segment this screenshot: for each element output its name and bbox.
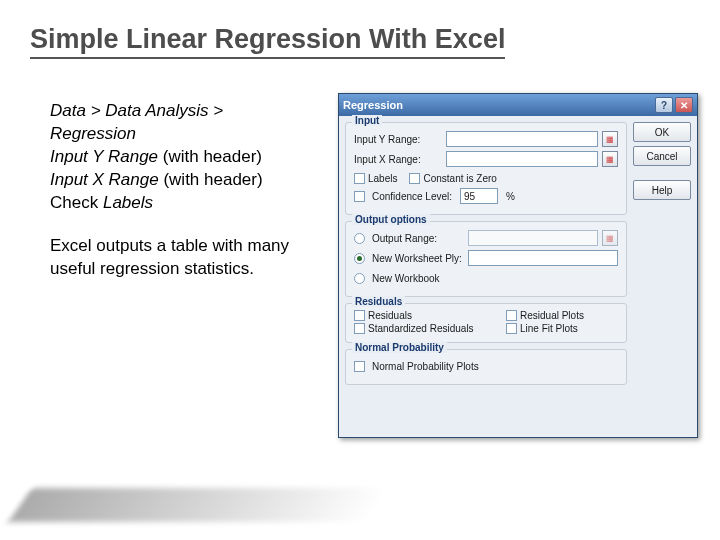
residuals-header: Residuals [352, 296, 405, 307]
labels-text: Labels [103, 193, 153, 212]
with-header-1: (with header) [158, 147, 262, 166]
slide-title: Simple Linear Regression With Excel [30, 24, 505, 59]
new-workbook-label: New Workbook [372, 273, 440, 284]
residuals-label: Residuals [368, 310, 412, 321]
input-y-range-field[interactable] [446, 131, 598, 147]
close-icon[interactable]: ✕ [675, 97, 693, 113]
labels-checkbox-label: Labels [368, 173, 397, 184]
percent-label: % [506, 191, 515, 202]
output-group: Output options Output Range: ▦ New Works… [345, 221, 627, 297]
new-workbook-radio[interactable] [354, 273, 365, 284]
with-header-2: (with header) [159, 170, 263, 189]
new-worksheet-label: New Worksheet Ply: [372, 253, 464, 264]
confidence-level-label: Confidence Level: [372, 191, 452, 202]
confidence-level-checkbox[interactable] [354, 191, 365, 202]
instruction-text: Data > Data Analysis > Regression Input … [50, 100, 310, 281]
input-y-text: Input Y Range [50, 147, 158, 166]
dialog-titlebar[interactable]: Regression ? ✕ [339, 94, 697, 116]
output-range-label: Output Range: [372, 233, 464, 244]
normal-probability-group: Normal Probability Normal Probability Pl… [345, 349, 627, 385]
std-residuals-checkbox[interactable] [354, 323, 365, 334]
constant-zero-checkbox[interactable] [409, 173, 420, 184]
range-picker-icon[interactable]: ▦ [602, 151, 618, 167]
output-header: Output options [352, 214, 430, 225]
confidence-level-field[interactable]: 95 [460, 188, 498, 204]
input-y-label: Input Y Range: [354, 134, 442, 145]
titlebar-help-icon[interactable]: ? [655, 97, 673, 113]
residuals-checkbox[interactable] [354, 310, 365, 321]
normal-prob-checkbox[interactable] [354, 361, 365, 372]
residual-plots-label: Residual Plots [520, 310, 584, 321]
input-group: Input Input Y Range: ▦ Input X Range: ▦ … [345, 122, 627, 215]
decorative-shadow [8, 488, 392, 522]
output-range-field[interactable] [468, 230, 598, 246]
help-button[interactable]: Help [633, 180, 691, 200]
constant-zero-label: Constant is Zero [423, 173, 496, 184]
check-text: Check [50, 193, 103, 212]
input-x-range-field[interactable] [446, 151, 598, 167]
output-range-radio[interactable] [354, 233, 365, 244]
new-worksheet-radio[interactable] [354, 253, 365, 264]
line-fit-plots-label: Line Fit Plots [520, 323, 578, 334]
residual-plots-checkbox[interactable] [506, 310, 517, 321]
regression-dialog: Regression ? ✕ Input Input Y Range: ▦ In… [338, 93, 698, 438]
normal-prob-label: Normal Probability Plots [372, 361, 479, 372]
input-x-label: Input X Range: [354, 154, 442, 165]
residuals-group: Residuals Residuals Residual Plots Stand… [345, 303, 627, 343]
input-x-text: Input X Range [50, 170, 159, 189]
std-residuals-label: Standardized Residuals [368, 323, 474, 334]
path-text: Data > Data Analysis > Regression [50, 101, 223, 143]
new-worksheet-field[interactable] [468, 250, 618, 266]
ok-button[interactable]: OK [633, 122, 691, 142]
cancel-button[interactable]: Cancel [633, 146, 691, 166]
labels-checkbox[interactable] [354, 173, 365, 184]
line-fit-plots-checkbox[interactable] [506, 323, 517, 334]
range-picker-icon[interactable]: ▦ [602, 131, 618, 147]
dialog-title: Regression [343, 99, 403, 111]
output-description: Excel outputs a table with many useful r… [50, 235, 310, 281]
normal-prob-header: Normal Probability [352, 342, 447, 353]
input-header: Input [352, 115, 382, 126]
range-picker-icon[interactable]: ▦ [602, 230, 618, 246]
